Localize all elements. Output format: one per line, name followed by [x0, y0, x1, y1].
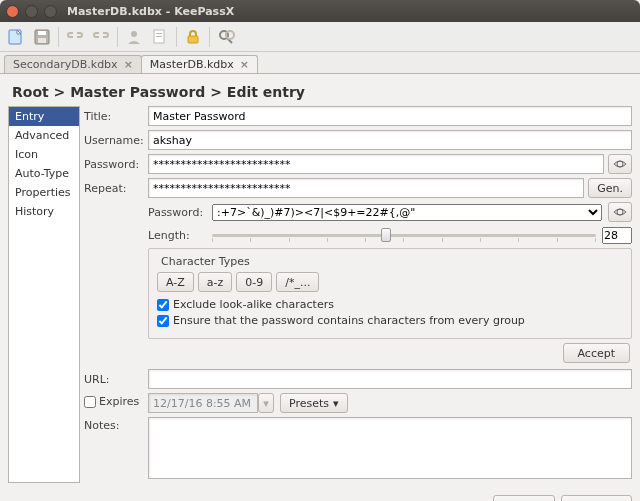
generate-button[interactable]: Gen. [588, 178, 632, 198]
title-input[interactable] [148, 106, 632, 126]
expires-date-stepper: ▾ [258, 393, 274, 413]
svg-rect-3 [38, 38, 46, 43]
user-icon[interactable] [122, 25, 146, 49]
svg-point-4 [131, 31, 137, 37]
presets-button[interactable]: Presets ▾ [280, 393, 348, 413]
sidebar-item-properties[interactable]: Properties [9, 183, 79, 202]
char-digits-button[interactable]: 0-9 [236, 272, 272, 292]
exclude-lookalike-label: Exclude look-alike characters [173, 298, 334, 311]
character-types-group: Character Types A-Z a-z 0-9 /*_... Exclu… [148, 248, 632, 339]
ensure-every-group-input[interactable] [157, 315, 169, 327]
username-label: Username: [84, 134, 148, 147]
close-icon[interactable] [6, 5, 19, 18]
password-label: Password: [84, 158, 148, 171]
dialog-footer: OK Cancel [0, 491, 640, 501]
slider-thumb-icon[interactable] [381, 228, 391, 242]
notes-label: Notes: [84, 417, 148, 432]
db-tab-master[interactable]: MasterDB.kdbx × [141, 55, 258, 73]
entry-form: Title: Username: Password: Repeat: Gen. … [84, 106, 632, 483]
toolbar-separator [117, 27, 118, 47]
sidebar-item-entry[interactable]: Entry [9, 107, 79, 126]
sidebar: Entry Advanced Icon Auto-Type Properties… [8, 106, 80, 483]
svg-rect-8 [188, 36, 198, 43]
sidebar-item-auto-type[interactable]: Auto-Type [9, 164, 79, 183]
url-input[interactable] [148, 369, 632, 389]
save-icon[interactable] [30, 25, 54, 49]
length-label: Length: [148, 229, 206, 242]
ensure-every-group-checkbox[interactable]: Ensure that the password contains charac… [157, 314, 623, 327]
window-titlebar: MasterDB.kdbx - KeePassX [0, 0, 640, 22]
cancel-button[interactable]: Cancel [561, 495, 632, 501]
toggle-generated-visibility-button[interactable] [608, 202, 632, 222]
search-icon[interactable] [214, 25, 238, 49]
sidebar-item-icon[interactable]: Icon [9, 145, 79, 164]
db-tab-secondary[interactable]: SecondaryDB.kdbx × [4, 55, 142, 73]
sidebar-item-advanced[interactable]: Advanced [9, 126, 79, 145]
exclude-lookalike-input[interactable] [157, 299, 169, 311]
svg-rect-6 [156, 33, 162, 34]
char-lower-button[interactable]: a-z [198, 272, 232, 292]
new-entry-icon[interactable] [148, 25, 172, 49]
database-tabs: SecondaryDB.kdbx × MasterDB.kdbx × [0, 52, 640, 74]
char-special-button[interactable]: /*_... [276, 272, 319, 292]
ok-button[interactable]: OK [493, 495, 555, 501]
ensure-every-group-label: Ensure that the password contains charac… [173, 314, 525, 327]
generated-password-combo[interactable]: :+7>`&)_)#7)><7|<$9+=22#{,@" [212, 204, 602, 221]
length-slider[interactable] [212, 226, 596, 244]
db-tab-label: MasterDB.kdbx [150, 58, 234, 71]
username-input[interactable] [148, 130, 632, 150]
db-tab-label: SecondaryDB.kdbx [13, 58, 118, 71]
expires-input[interactable] [84, 396, 96, 408]
chevron-down-icon: ▾ [333, 397, 339, 410]
toolbar-separator [209, 27, 210, 47]
accept-button[interactable]: Accept [563, 343, 631, 363]
toolbar-separator [58, 27, 59, 47]
svg-rect-2 [38, 31, 46, 35]
link-icon[interactable] [89, 25, 113, 49]
password-generator: Password: :+7>`&)_)#7)><7|<$9+=22#{,@" L… [148, 202, 632, 363]
char-upper-button[interactable]: A-Z [157, 272, 194, 292]
toolbar-separator [176, 27, 177, 47]
url-label: URL: [84, 373, 148, 386]
window-title: MasterDB.kdbx - KeePassX [67, 5, 234, 18]
password-input[interactable] [148, 154, 604, 174]
toggle-password-visibility-button[interactable] [608, 154, 632, 174]
expires-date-input [148, 393, 258, 413]
link-icon[interactable] [63, 25, 87, 49]
expires-label: Expires [99, 395, 139, 408]
minimize-icon[interactable] [25, 5, 38, 18]
repeat-label: Repeat: [84, 182, 148, 195]
svg-rect-7 [156, 36, 162, 37]
lock-icon[interactable] [181, 25, 205, 49]
close-tab-icon[interactable]: × [240, 58, 249, 71]
title-label: Title: [84, 110, 148, 123]
new-db-icon[interactable] [4, 25, 28, 49]
repeat-password-input[interactable] [148, 178, 584, 198]
toolbar [0, 22, 640, 52]
maximize-icon[interactable] [44, 5, 57, 18]
close-tab-icon[interactable]: × [124, 58, 133, 71]
character-types-legend: Character Types [157, 255, 254, 268]
expires-checkbox[interactable]: Expires [84, 395, 148, 408]
notes-input[interactable] [148, 417, 632, 479]
length-input[interactable] [602, 227, 632, 244]
exclude-lookalike-checkbox[interactable]: Exclude look-alike characters [157, 298, 623, 311]
gen-password-label: Password: [148, 206, 206, 219]
presets-label: Presets [289, 397, 329, 410]
breadcrumb: Root > Master Password > Edit entry [0, 74, 640, 106]
sidebar-item-history[interactable]: History [9, 202, 79, 221]
